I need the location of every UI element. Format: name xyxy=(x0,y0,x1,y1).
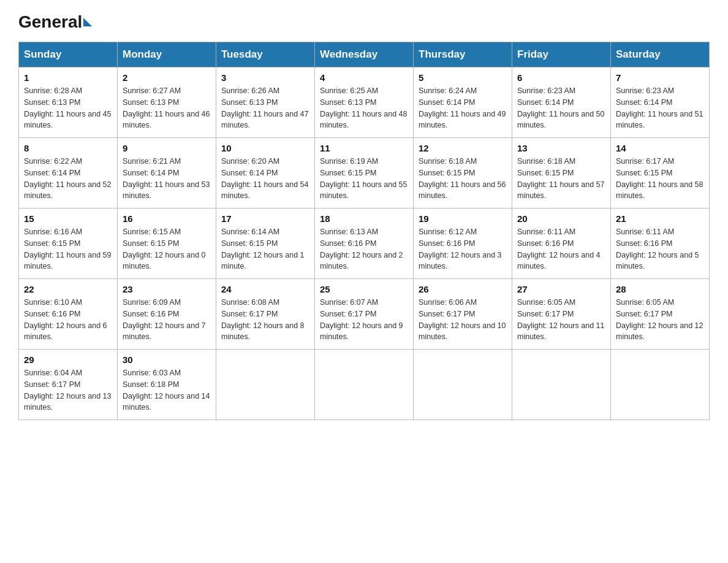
calendar-cell: 22Sunrise: 6:10 AMSunset: 6:16 PMDayligh… xyxy=(19,279,118,350)
day-info: Sunrise: 6:14 AMSunset: 6:15 PMDaylight:… xyxy=(221,226,309,272)
day-info: Sunrise: 6:10 AMSunset: 6:16 PMDaylight:… xyxy=(24,297,112,343)
day-number: 24 xyxy=(221,284,309,294)
day-number: 14 xyxy=(616,143,704,153)
header-monday: Monday xyxy=(118,42,216,67)
day-info: Sunrise: 6:24 AMSunset: 6:14 PMDaylight:… xyxy=(419,85,507,131)
day-number: 3 xyxy=(221,72,309,83)
calendar-cell: 29Sunrise: 6:04 AMSunset: 6:17 PMDayligh… xyxy=(19,350,118,420)
day-info: Sunrise: 6:06 AMSunset: 6:17 PMDaylight:… xyxy=(419,297,507,343)
calendar-cell: 21Sunrise: 6:11 AMSunset: 6:16 PMDayligh… xyxy=(611,209,710,279)
header-sunday: Sunday xyxy=(19,42,118,67)
day-info: Sunrise: 6:07 AMSunset: 6:17 PMDaylight:… xyxy=(320,297,408,343)
day-number: 7 xyxy=(616,72,704,83)
calendar-cell: 11Sunrise: 6:19 AMSunset: 6:15 PMDayligh… xyxy=(315,138,414,209)
calendar-cell xyxy=(216,350,315,420)
day-info: Sunrise: 6:18 AMSunset: 6:15 PMDaylight:… xyxy=(419,156,507,202)
day-number: 10 xyxy=(221,143,309,153)
calendar-cell: 12Sunrise: 6:18 AMSunset: 6:15 PMDayligh… xyxy=(414,138,512,209)
day-info: Sunrise: 6:04 AMSunset: 6:17 PMDaylight:… xyxy=(24,367,112,413)
calendar-cell: 26Sunrise: 6:06 AMSunset: 6:17 PMDayligh… xyxy=(414,279,512,350)
day-info: Sunrise: 6:05 AMSunset: 6:17 PMDaylight:… xyxy=(616,297,704,343)
calendar-week-row: 22Sunrise: 6:10 AMSunset: 6:16 PMDayligh… xyxy=(19,279,710,350)
calendar-cell: 1Sunrise: 6:28 AMSunset: 6:13 PMDaylight… xyxy=(19,67,118,138)
calendar-week-row: 15Sunrise: 6:16 AMSunset: 6:15 PMDayligh… xyxy=(19,209,710,279)
calendar-cell xyxy=(611,350,710,420)
calendar-cell: 6Sunrise: 6:23 AMSunset: 6:14 PMDaylight… xyxy=(512,67,611,138)
calendar-cell: 18Sunrise: 6:13 AMSunset: 6:16 PMDayligh… xyxy=(315,209,414,279)
day-number: 8 xyxy=(24,143,112,153)
day-number: 29 xyxy=(24,354,112,365)
day-number: 30 xyxy=(123,354,211,365)
day-info: Sunrise: 6:08 AMSunset: 6:17 PMDaylight:… xyxy=(221,297,309,343)
calendar-cell: 17Sunrise: 6:14 AMSunset: 6:15 PMDayligh… xyxy=(216,209,315,279)
calendar-table: Sunday Monday Tuesday Wednesday Thursday… xyxy=(18,42,710,420)
calendar-cell: 15Sunrise: 6:16 AMSunset: 6:15 PMDayligh… xyxy=(19,209,118,279)
day-info: Sunrise: 6:25 AMSunset: 6:13 PMDaylight:… xyxy=(320,85,408,131)
calendar-cell: 16Sunrise: 6:15 AMSunset: 6:15 PMDayligh… xyxy=(118,209,216,279)
day-info: Sunrise: 6:16 AMSunset: 6:15 PMDaylight:… xyxy=(24,226,112,272)
day-number: 19 xyxy=(419,213,507,224)
calendar-cell: 3Sunrise: 6:26 AMSunset: 6:13 PMDaylight… xyxy=(216,67,315,138)
calendar-week-row: 8Sunrise: 6:22 AMSunset: 6:14 PMDaylight… xyxy=(19,138,710,209)
calendar-week-row: 29Sunrise: 6:04 AMSunset: 6:17 PMDayligh… xyxy=(19,350,710,420)
day-number: 9 xyxy=(123,143,211,153)
day-number: 20 xyxy=(517,213,605,224)
day-info: Sunrise: 6:26 AMSunset: 6:13 PMDaylight:… xyxy=(221,85,309,131)
day-info: Sunrise: 6:05 AMSunset: 6:17 PMDaylight:… xyxy=(517,297,605,343)
day-number: 28 xyxy=(616,284,704,294)
day-info: Sunrise: 6:20 AMSunset: 6:14 PMDaylight:… xyxy=(221,156,309,202)
header-wednesday: Wednesday xyxy=(315,42,414,67)
calendar-cell: 14Sunrise: 6:17 AMSunset: 6:15 PMDayligh… xyxy=(611,138,710,209)
day-number: 27 xyxy=(517,284,605,294)
day-info: Sunrise: 6:13 AMSunset: 6:16 PMDaylight:… xyxy=(320,226,408,272)
day-info: Sunrise: 6:21 AMSunset: 6:14 PMDaylight:… xyxy=(123,156,211,202)
calendar-cell: 4Sunrise: 6:25 AMSunset: 6:13 PMDaylight… xyxy=(315,67,414,138)
day-number: 4 xyxy=(320,72,408,83)
day-info: Sunrise: 6:19 AMSunset: 6:15 PMDaylight:… xyxy=(320,156,408,202)
calendar-cell: 13Sunrise: 6:18 AMSunset: 6:15 PMDayligh… xyxy=(512,138,611,209)
calendar-cell: 10Sunrise: 6:20 AMSunset: 6:14 PMDayligh… xyxy=(216,138,315,209)
day-info: Sunrise: 6:27 AMSunset: 6:13 PMDaylight:… xyxy=(123,85,211,131)
page-header: General xyxy=(18,12,710,29)
calendar-cell: 8Sunrise: 6:22 AMSunset: 6:14 PMDaylight… xyxy=(19,138,118,209)
day-info: Sunrise: 6:22 AMSunset: 6:14 PMDaylight:… xyxy=(24,156,112,202)
day-number: 12 xyxy=(419,143,507,153)
day-number: 16 xyxy=(123,213,211,224)
calendar-cell xyxy=(315,350,414,420)
calendar-week-row: 1Sunrise: 6:28 AMSunset: 6:13 PMDaylight… xyxy=(19,67,710,138)
day-info: Sunrise: 6:23 AMSunset: 6:14 PMDaylight:… xyxy=(517,85,605,131)
calendar-cell: 2Sunrise: 6:27 AMSunset: 6:13 PMDaylight… xyxy=(118,67,216,138)
day-number: 23 xyxy=(123,284,211,294)
day-info: Sunrise: 6:11 AMSunset: 6:16 PMDaylight:… xyxy=(517,226,605,272)
day-number: 1 xyxy=(24,72,112,83)
day-number: 11 xyxy=(320,143,408,153)
header-thursday: Thursday xyxy=(414,42,512,67)
day-info: Sunrise: 6:18 AMSunset: 6:15 PMDaylight:… xyxy=(517,156,605,202)
logo-general: General xyxy=(18,12,92,32)
calendar-cell xyxy=(414,350,512,420)
day-info: Sunrise: 6:23 AMSunset: 6:14 PMDaylight:… xyxy=(616,85,704,131)
day-info: Sunrise: 6:12 AMSunset: 6:16 PMDaylight:… xyxy=(419,226,507,272)
calendar-cell: 7Sunrise: 6:23 AMSunset: 6:14 PMDaylight… xyxy=(611,67,710,138)
day-number: 26 xyxy=(419,284,507,294)
calendar-cell xyxy=(512,350,611,420)
day-number: 18 xyxy=(320,213,408,224)
calendar-cell: 20Sunrise: 6:11 AMSunset: 6:16 PMDayligh… xyxy=(512,209,611,279)
day-number: 17 xyxy=(221,213,309,224)
day-number: 22 xyxy=(24,284,112,294)
day-number: 15 xyxy=(24,213,112,224)
calendar-cell: 19Sunrise: 6:12 AMSunset: 6:16 PMDayligh… xyxy=(414,209,512,279)
header-saturday: Saturday xyxy=(611,42,710,67)
calendar-cell: 25Sunrise: 6:07 AMSunset: 6:17 PMDayligh… xyxy=(315,279,414,350)
header-friday: Friday xyxy=(512,42,611,67)
day-number: 13 xyxy=(517,143,605,153)
day-number: 21 xyxy=(616,213,704,224)
day-info: Sunrise: 6:11 AMSunset: 6:16 PMDaylight:… xyxy=(616,226,704,272)
day-info: Sunrise: 6:17 AMSunset: 6:15 PMDaylight:… xyxy=(616,156,704,202)
day-info: Sunrise: 6:09 AMSunset: 6:16 PMDaylight:… xyxy=(123,297,211,343)
day-info: Sunrise: 6:03 AMSunset: 6:18 PMDaylight:… xyxy=(123,367,211,413)
day-info: Sunrise: 6:28 AMSunset: 6:13 PMDaylight:… xyxy=(24,85,112,131)
day-number: 6 xyxy=(517,72,605,83)
calendar-cell: 9Sunrise: 6:21 AMSunset: 6:14 PMDaylight… xyxy=(118,138,216,209)
day-number: 25 xyxy=(320,284,408,294)
